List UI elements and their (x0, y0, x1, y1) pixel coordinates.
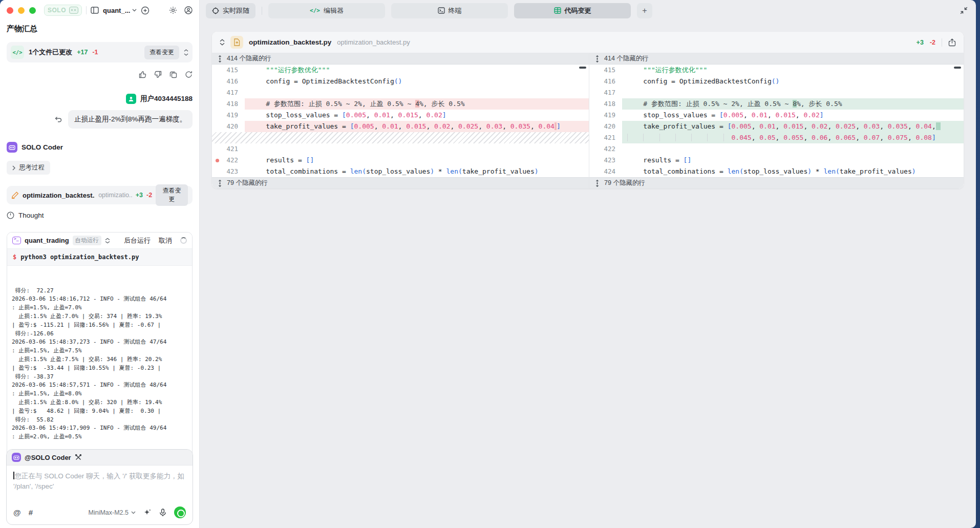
tab-code-changes[interactable]: 代码变更 (514, 3, 631, 18)
diff-line[interactable]: 419 stop_loss_values = [0.005, 0.01, 0.0… (589, 110, 964, 121)
terminal-output-line: | 盈亏:$ -115.21 | 回撤:16.56% | 夏普: -0.67 | (12, 321, 187, 330)
model-selector[interactable]: MiniMax-M2.5 (89, 509, 136, 516)
diff-line[interactable]: 421 (212, 143, 589, 155)
diff-line[interactable]: 423 total_combinations = len(stop_loss_v… (212, 166, 589, 177)
user-message-bubble[interactable]: 止损止盈用-2%到8%再跑一遍梯度。 (68, 110, 193, 129)
retry-message-icon[interactable] (55, 116, 62, 122)
solo-mode-badge[interactable]: SOLO (44, 5, 82, 16)
lines-added: +17 (77, 49, 88, 56)
diff-line[interactable]: 418 # 参数范围: 止损 0.5% ~ 2%, 止盈 0.5% ~ 4%, … (212, 98, 589, 110)
minimize-window-button[interactable] (18, 7, 25, 14)
diff-file-name: optimization_backtest.py (249, 38, 331, 46)
line-number: 422 (604, 145, 615, 153)
chat-placeholder: 您正在与 SOLO Coder 聊天，输入 '/' 获取更多能力，如 '/pla… (13, 472, 184, 490)
diff-line[interactable] (212, 132, 589, 143)
export-share-icon[interactable] (948, 38, 956, 47)
code-text: results = [] (622, 155, 964, 166)
thumbs-up-icon[interactable] (139, 71, 146, 78)
settings-gear-icon[interactable] (169, 6, 177, 14)
code-text (245, 143, 589, 155)
solo-badge-label: SOLO (48, 7, 66, 14)
file-lines-removed: -2 (146, 192, 152, 199)
hidden-lines-bar-top[interactable]: 414 个隐藏的行 (589, 53, 964, 65)
scrollbar-thumb[interactable] (579, 67, 586, 69)
copy-icon[interactable] (169, 71, 177, 78)
diff-line[interactable]: 416 config = OptimizedBacktestConfig() (589, 76, 964, 87)
header-divider (942, 38, 942, 47)
diff-line[interactable]: 424 total_combinations = len(stop_loss_v… (589, 166, 964, 177)
terminal-output-line: 止损:1.5% 止盈:7.5% | 交易: 346 | 胜率: 20.2% (12, 355, 187, 364)
diff-line[interactable]: 417 (212, 87, 589, 98)
terminal-command-row: $ python3 optimization_backtest.py (7, 249, 192, 266)
thought-clock-icon (7, 212, 14, 219)
account-icon[interactable] (184, 6, 193, 14)
diff-file-path: optimization_backtest.py (337, 38, 410, 46)
regenerate-icon[interactable] (185, 71, 193, 78)
diff-line[interactable]: 419 stop_loss_values = [0.005, 0.01, 0.0… (212, 110, 589, 121)
diff-line[interactable]: 417 (589, 87, 964, 98)
expander-chevrons-icon[interactable] (184, 49, 188, 56)
hidden-lines-bar-bottom[interactable]: 79 个隐藏的行 (212, 177, 589, 188)
code-text: take_profit_values = [0.005, 0.01, 0.015… (245, 121, 589, 132)
diff-line[interactable]: 420 take_profit_values = [0.005, 0.01, 0… (589, 121, 964, 132)
terminal-output[interactable]: 得分: 72.272026-03-06 15:48:16,712 - INFO … (7, 266, 192, 470)
terminal-output-line: 得分: 55.82 (12, 416, 187, 425)
project-switcher[interactable]: quant_... (103, 7, 137, 14)
changes-summary-label: 1个文件已更改 (29, 48, 72, 57)
diff-line[interactable]: 418 # 参数范围: 止损 0.5% ~ 2%, 止盈 0.5% ~ 8%, … (589, 98, 964, 110)
file-change-card[interactable]: optimization_backtest.... optimizatio...… (7, 186, 193, 204)
diff-line[interactable]: 420 take_profit_values = [0.005, 0.01, 0… (212, 121, 589, 132)
mention-icon[interactable]: @ (13, 508, 21, 517)
terminal-icon (12, 237, 21, 244)
microphone-icon[interactable] (159, 509, 166, 517)
diff-line[interactable]: 421 0.045, 0.05, 0.055, 0.06, 0.065, 0.0… (589, 132, 964, 143)
collapse-diff-icon[interactable] (220, 39, 225, 46)
edit-pencil-icon (11, 191, 19, 199)
line-number: 420 (604, 122, 615, 130)
thinking-process-toggle[interactable]: 思考过程 (7, 161, 50, 175)
expand-lines-icon (595, 55, 600, 62)
view-file-changes-button[interactable]: 查看变更 (156, 184, 188, 206)
zoom-window-button[interactable] (29, 7, 36, 14)
chat-input-header: @SOLO Coder (7, 450, 193, 466)
run-in-background-button[interactable]: 后台运行 (124, 236, 151, 245)
tab-terminal[interactable]: 终端 (391, 3, 508, 18)
add-tab-button[interactable]: + (637, 3, 652, 18)
diff-line[interactable]: 415 """运行参数优化""" (589, 65, 964, 76)
voice-record-button[interactable] (174, 506, 186, 518)
terminal-command: python3 optimization_backtest.py (20, 254, 139, 261)
expand-lines-icon (218, 55, 222, 62)
code-text (622, 87, 964, 98)
hidden-lines-bar-bottom[interactable]: 79 个隐藏的行 (589, 177, 964, 188)
collapse-terminal-icon[interactable] (105, 238, 110, 244)
tools-icon[interactable] (75, 454, 82, 461)
diff-line[interactable]: 422 (589, 143, 964, 155)
scrollbar-thumb[interactable] (954, 67, 961, 69)
line-number: 421 (226, 145, 238, 153)
close-window-button[interactable] (7, 7, 13, 14)
diff-line[interactable]: 416 config = OptimizedBacktestConfig() (212, 76, 589, 87)
diff-viewer: optimization_backtest.py optimization_ba… (212, 32, 964, 188)
code-text: # 参数范围: 止损 0.5% ~ 2%, 止盈 0.5% ~ 4%, 步长 0… (245, 98, 589, 110)
terminal-tab-icon (438, 7, 445, 14)
solo-coder-icon (7, 142, 17, 153)
diff-line[interactable]: 422 results = [] (212, 155, 589, 166)
new-chat-icon[interactable] (141, 6, 150, 15)
enhance-sparkle-icon[interactable] (143, 509, 152, 517)
context-hash-icon[interactable]: # (29, 508, 33, 517)
cancel-command-button[interactable]: 取消 (159, 236, 172, 245)
hidden-lines-bar-top[interactable]: 414 个隐藏的行 (212, 53, 589, 65)
diff-lines-added: +3 (917, 39, 924, 46)
terminal-output-line: : 止损=1.5%, 止盈=7.0% (12, 304, 187, 312)
toggle-sidebar-icon[interactable] (91, 7, 99, 14)
view-changes-button[interactable]: 查看变更 (144, 46, 179, 59)
diff-line[interactable]: 415 """运行参数优化""" (212, 65, 589, 76)
diff-line[interactable]: 423 results = [] (589, 155, 964, 166)
text-caret (13, 472, 14, 479)
chat-input-field[interactable]: 您正在与 SOLO Coder 聊天，输入 '/' 获取更多能力，如 '/pla… (7, 466, 193, 502)
thumbs-down-icon[interactable] (154, 71, 162, 78)
tab-editor[interactable]: </> 编辑器 (268, 3, 385, 18)
collapse-panel-icon[interactable] (960, 7, 968, 14)
tab-live-follow[interactable]: 实时跟随 (206, 3, 255, 18)
code-text: config = OptimizedBacktestConfig() (622, 76, 964, 87)
